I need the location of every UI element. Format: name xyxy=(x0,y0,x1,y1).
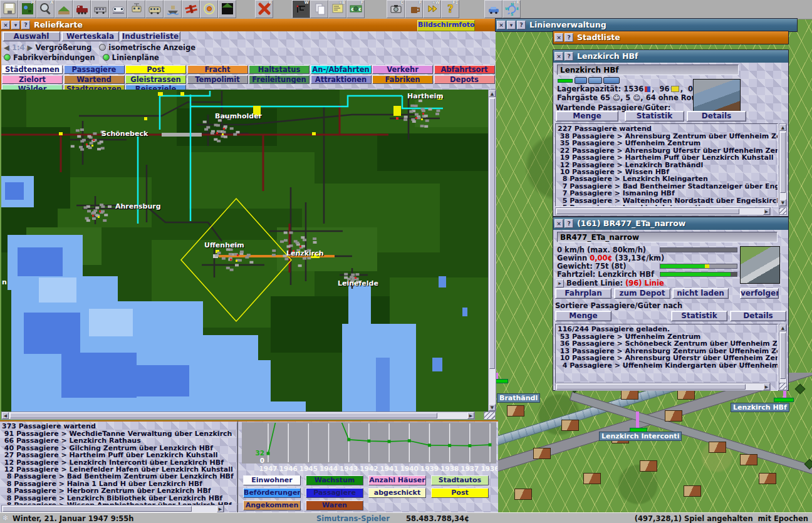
close-icon[interactable]: × xyxy=(554,219,563,228)
legend-haltstatus[interactable]: Haltstatus xyxy=(249,65,310,74)
terrain-tool-icon[interactable] xyxy=(55,0,73,18)
sort-menge-button[interactable]: Menge xyxy=(556,111,618,122)
station-waiting-row[interactable]: 22 Passagiere > Ahrensburg Uferstr über … xyxy=(558,147,778,154)
vehicle-list-icon[interactable] xyxy=(484,0,502,18)
zoom-in-arrow-icon[interactable]: ▶ xyxy=(28,43,33,52)
station-waiting-row[interactable]: 38 Passagiere > Ahrensburg Zentrum über … xyxy=(558,133,778,140)
legend-fracht[interactable]: Fracht xyxy=(187,65,248,74)
station-list-hscrollbar[interactable]: ▶ xyxy=(555,207,771,215)
house[interactable] xyxy=(583,473,601,484)
chart-button-waren[interactable]: Waren xyxy=(306,500,363,510)
map-hscrollbar[interactable]: ◀ ▶ xyxy=(1,412,475,420)
special-tool-icon[interactable] xyxy=(200,0,218,18)
convoi-cargo-row[interactable]: 13 Passagiere > Ahrensburg Zentrum über … xyxy=(558,348,778,355)
waiting-row[interactable]: 91 Passagiere > WechdieTanne Verwaltung … xyxy=(2,430,235,437)
station-waiting-row[interactable]: 7 Passagiere > Bad Bentheimer Stadtanzei… xyxy=(558,183,778,190)
tab-industrieliste[interactable]: Industrieliste xyxy=(120,31,180,41)
served-line-value[interactable]: (96) Linie xyxy=(625,279,664,287)
map-city-label[interactable]: Leinefelde xyxy=(338,279,378,287)
chart-button-angekommen[interactable]: Angekommen xyxy=(243,500,301,510)
save-icon[interactable] xyxy=(0,0,18,18)
house[interactable] xyxy=(640,460,657,472)
house[interactable] xyxy=(684,485,701,497)
station-waiting-row[interactable]: 8 Passagiere > Lenzkirch Kleingarten xyxy=(558,175,778,182)
house[interactable] xyxy=(514,489,532,500)
chart-button-befrderungen[interactable]: Beförderungen xyxy=(243,488,301,498)
zum-depot-button[interactable]: zum Depot xyxy=(614,288,670,299)
camera-icon[interactable]: C xyxy=(387,0,405,18)
bus-tool-icon[interactable] xyxy=(145,0,164,18)
fast-forward-icon[interactable]: +W xyxy=(423,0,441,18)
factory-connections-checkbox[interactable] xyxy=(4,54,11,61)
relief-map-canvas[interactable]: SchönebeckSchönebeckBaumholderBaumholder… xyxy=(1,90,488,412)
help-icon[interactable]: ?F1 xyxy=(441,0,459,18)
train-tool-icon[interactable] xyxy=(73,0,91,18)
legend-zielort[interactable]: Zielort xyxy=(2,75,63,84)
statistik-button[interactable]: Statistik xyxy=(625,111,684,122)
rotate-compass-icon[interactable]: NWES+R xyxy=(502,0,521,18)
chart-button-abgeschickt[interactable]: abgeschickt xyxy=(368,488,426,498)
schedule-icon[interactable]: W xyxy=(292,0,310,18)
legend-wartend[interactable]: Wartend xyxy=(64,75,125,84)
waiting-row[interactable]: 27 Passagiere > Hartheim Puff über Lenzk… xyxy=(2,452,235,458)
help-icon[interactable]: ? xyxy=(565,33,573,42)
isometric-checkbox[interactable] xyxy=(99,44,106,51)
map-city-label[interactable]: Lenzkirch xyxy=(286,249,324,257)
close-icon[interactable]: × xyxy=(554,52,563,61)
legend-anabfahrten[interactable]: An-/Abfahrten xyxy=(311,65,372,74)
destroy-icon[interactable]: R xyxy=(255,0,273,18)
legend-passagiere[interactable]: Passagiere xyxy=(64,65,125,74)
map-city-label[interactable]: Ahrensburg xyxy=(115,202,161,210)
station-waiting-row[interactable]: 10 Passagiere > Wissen HBf xyxy=(558,168,778,175)
house[interactable] xyxy=(507,405,524,417)
line-plans-checkbox[interactable] xyxy=(103,54,110,61)
window-resize-handle[interactable] xyxy=(779,207,787,215)
station-list-vscrollbar[interactable]: ▲ ▼ xyxy=(779,123,787,207)
station-label-brathaendl[interactable]: Brathändl xyxy=(497,393,540,403)
convoi-list-vscrollbar[interactable]: ▲ ▼ xyxy=(779,324,787,391)
legend-post[interactable]: Post xyxy=(125,65,186,74)
map-city-label[interactable]: Uffenheim xyxy=(204,241,244,249)
ship-tool-icon[interactable] xyxy=(164,0,182,18)
waiting-row[interactable]: 8 Passagiere > Lenzkirch Bibliothek über… xyxy=(2,495,235,502)
house[interactable] xyxy=(561,420,579,431)
monorail-tool-icon[interactable] xyxy=(109,0,127,18)
screenshot-button[interactable]: Bildschirmfoto xyxy=(417,20,475,31)
convoi-cargo-row[interactable]: 53 Passagiere > Uffenheim Zentrum xyxy=(558,333,778,340)
statistik-button[interactable]: Statistik xyxy=(671,311,727,321)
legend-tempolimit[interactable]: Tempolimit xyxy=(187,75,248,84)
convoi-list-hscrollbar[interactable]: ▶ xyxy=(555,383,771,391)
chart-button-post[interactable]: Post xyxy=(431,488,489,498)
legend-gleistrassen[interactable]: Gleistrassen xyxy=(125,75,186,84)
station-waiting-row[interactable]: 5 Passagiere > Lenzkirch Interconti xyxy=(558,204,778,207)
close-icon[interactable]: × xyxy=(554,33,563,42)
wagon-tool-icon[interactable] xyxy=(91,0,109,18)
note-icon[interactable]: +B xyxy=(328,0,346,18)
house[interactable] xyxy=(533,448,551,459)
tab-auswahl[interactable]: Auswahl xyxy=(3,31,60,41)
waiting-row[interactable]: 8 Passagiere > Herborn Zentrum über Lenz… xyxy=(2,487,235,494)
magnifier-icon[interactable]: A xyxy=(36,0,55,18)
chart-button-einwohner[interactable]: Einwohner xyxy=(243,475,301,485)
convoi-name-input[interactable]: BR477_ETa_narrow xyxy=(557,232,778,242)
tram-tool-icon[interactable] xyxy=(127,0,145,18)
vehicle-thumbnail[interactable] xyxy=(740,246,780,284)
rollup-icon[interactable]: ▾ xyxy=(507,21,516,29)
map-city-label[interactable]: Schönebeck xyxy=(102,130,148,138)
legend-fabriken[interactable]: Fabriken xyxy=(372,75,433,84)
sort-menge-button[interactable]: Menge xyxy=(555,311,612,321)
station-label-interconti[interactable]: Lenzkirch Interconti xyxy=(599,432,682,441)
legend-verkehr[interactable]: Verkehr xyxy=(372,65,433,74)
nicht-laden-button[interactable]: nicht laden xyxy=(672,288,729,299)
details-button[interactable]: Details xyxy=(730,311,786,321)
help-icon[interactable]: ? xyxy=(565,219,573,228)
help-icon[interactable]: ? xyxy=(21,21,30,29)
legend-depots[interactable]: Depots xyxy=(434,75,495,84)
game-world-city[interactable]: Brathändl Lenzkirch Interconti Lenzkirch… xyxy=(496,373,812,512)
station-waiting-row[interactable]: 19 Passagiere > Hartheim Puff über Lenzk… xyxy=(558,154,778,161)
chart-button-stadtautos[interactable]: Stadtautos xyxy=(431,475,489,485)
map-city-label[interactable]: Baumholder xyxy=(215,112,263,120)
close-icon[interactable]: × xyxy=(1,21,10,29)
relief-titlebar[interactable]: × ▾ ? Reliefkarte Bildschirmfoto xyxy=(0,19,496,31)
window-resize-handle[interactable] xyxy=(484,412,496,420)
